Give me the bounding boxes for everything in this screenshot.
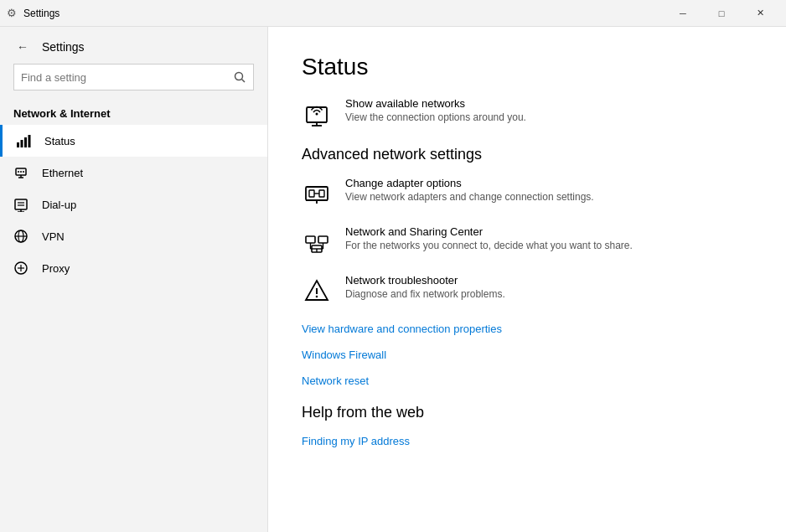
network-reset-link[interactable]: Network reset — [302, 374, 752, 387]
back-button[interactable]: ← — [13, 37, 32, 57]
adapter-title: Change adapter options — [345, 177, 594, 189]
search-icon-button[interactable] — [226, 64, 253, 90]
title-bar: ⚙ Settings ─ □ ✕ — [0, 0, 786, 27]
proxy-icon — [13, 261, 30, 276]
sidebar-item-dialup[interactable]: Dial-up — [0, 189, 267, 220]
troubleshooter-title: Network troubleshooter — [345, 274, 505, 287]
svg-rect-3 — [21, 140, 23, 147]
troubleshooter-icon — [302, 276, 332, 306]
svg-point-42 — [316, 296, 318, 298]
maximize-button[interactable]: □ — [702, 0, 741, 27]
sharing-title: Network and Sharing Center — [345, 225, 633, 238]
adapter-text: Change adapter options View network adap… — [345, 177, 594, 203]
sharing-text: Network and Sharing Center For the netwo… — [345, 225, 633, 251]
sidebar-item-label-dialup: Dial-up — [42, 199, 76, 211]
search-icon — [234, 71, 246, 83]
page-title: Status — [302, 54, 752, 80]
adapter-item[interactable]: Change adapter options View network adap… — [302, 177, 752, 209]
sidebar-section-label: Network & Internet — [0, 101, 267, 125]
windows-firewall-link[interactable]: Windows Firewall — [302, 349, 752, 361]
sidebar-item-label-status: Status — [44, 135, 75, 147]
svg-rect-12 — [15, 199, 27, 209]
sidebar-item-label-vpn: VPN — [42, 230, 65, 243]
title-bar-title: Settings — [23, 8, 59, 19]
svg-point-27 — [316, 113, 318, 116]
svg-rect-4 — [24, 137, 27, 147]
svg-point-0 — [235, 73, 243, 80]
svg-line-1 — [242, 80, 246, 83]
title-bar-left: ⚙ Settings — [7, 7, 59, 19]
available-networks-desc: View the connection options around you. — [345, 111, 526, 123]
search-box[interactable] — [13, 64, 254, 90]
available-networks-title: Show available networks — [345, 97, 526, 110]
sidebar-item-status[interactable]: Status — [0, 125, 267, 157]
title-bar-controls: ─ □ ✕ — [664, 0, 779, 27]
vpn-icon — [13, 229, 30, 244]
sharing-icon — [302, 227, 332, 257]
available-networks-item: Show available networks View the connect… — [302, 97, 752, 129]
adapter-icon — [302, 178, 332, 209]
status-icon — [16, 133, 33, 148]
sidebar-app-title: Settings — [42, 40, 85, 54]
app-body: ← Settings Network & Internet — [0, 27, 786, 532]
ethernet-icon — [13, 165, 30, 180]
sidebar-item-ethernet[interactable]: Ethernet — [0, 157, 267, 189]
sharing-desc: For the networks you connect to, decide … — [345, 240, 633, 251]
svg-rect-32 — [319, 190, 324, 197]
minimize-button[interactable]: ─ — [664, 0, 702, 27]
view-hardware-link[interactable]: View hardware and connection properties — [302, 323, 752, 335]
svg-rect-34 — [306, 236, 315, 243]
troubleshooter-item[interactable]: Network troubleshooter Diagnose and fix … — [302, 274, 752, 306]
content-area: Status Show available networks View the … — [268, 27, 786, 532]
svg-rect-31 — [309, 190, 314, 197]
search-input[interactable] — [14, 71, 226, 84]
available-networks-icon — [302, 99, 332, 129]
troubleshooter-text: Network troubleshooter Diagnose and fix … — [345, 274, 505, 300]
svg-rect-35 — [318, 236, 328, 243]
dialup-icon — [13, 197, 30, 212]
sharing-item[interactable]: Network and Sharing Center For the netwo… — [302, 225, 752, 257]
sidebar-item-vpn[interactable]: VPN — [0, 220, 267, 252]
adapter-desc: View network adapters and change connect… — [345, 191, 594, 203]
finding-ip-link[interactable]: Finding my IP address — [302, 435, 752, 447]
svg-rect-2 — [17, 142, 19, 147]
sidebar-top: ← Settings — [0, 27, 267, 64]
sidebar-item-label-proxy: Proxy — [42, 262, 70, 275]
available-networks-text: Show available networks View the connect… — [345, 97, 526, 123]
advanced-section-heading: Advanced network settings — [302, 146, 752, 163]
close-button[interactable]: ✕ — [741, 0, 779, 27]
sidebar-item-proxy[interactable]: Proxy — [0, 252, 267, 284]
help-section-heading: Help from the web — [302, 404, 752, 421]
sidebar: ← Settings Network & Internet — [0, 27, 268, 532]
troubleshooter-desc: Diagnose and fix network problems. — [345, 288, 505, 300]
sidebar-item-label-ethernet: Ethernet — [42, 167, 83, 179]
svg-rect-5 — [28, 135, 31, 147]
